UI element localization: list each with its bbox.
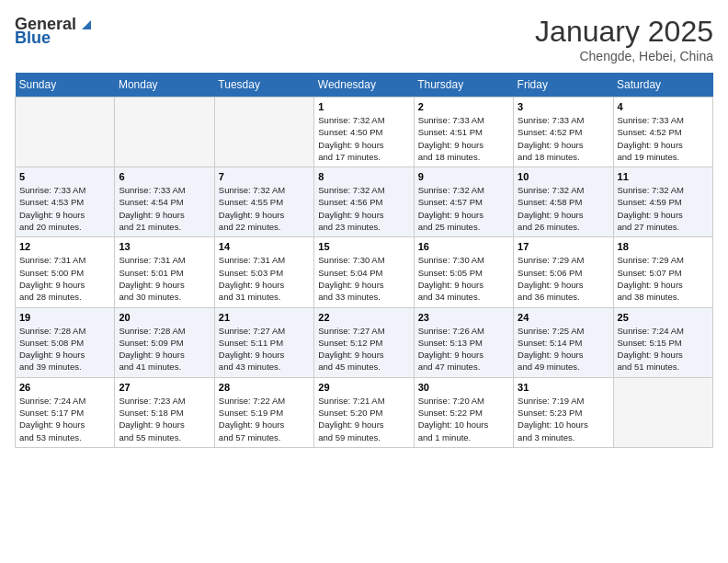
day-info: Sunrise: 7:28 AM Sunset: 5:08 PM Dayligh… [19,325,110,373]
day-number: 6 [119,171,210,182]
calendar-cell: 16Sunrise: 7:30 AM Sunset: 5:05 PM Dayli… [414,237,513,307]
calendar-cell: 31Sunrise: 7:19 AM Sunset: 5:23 PM Dayli… [514,377,613,447]
calendar-cell [214,98,313,167]
day-info: Sunrise: 7:33 AM Sunset: 4:52 PM Dayligh… [518,114,609,163]
day-info: Sunrise: 7:30 AM Sunset: 5:05 PM Dayligh… [418,254,509,303]
day-number: 22 [318,312,409,323]
calendar-cell: 28Sunrise: 7:22 AM Sunset: 5:19 PM Dayli… [214,377,313,447]
calendar-cell: 25Sunrise: 7:24 AM Sunset: 5:15 PM Dayli… [613,307,712,377]
day-info: Sunrise: 7:27 AM Sunset: 5:11 PM Dayligh… [219,325,310,373]
day-info: Sunrise: 7:21 AM Sunset: 5:20 PM Dayligh… [318,395,409,443]
day-info: Sunrise: 7:33 AM Sunset: 4:51 PM Dayligh… [418,114,509,163]
day-number: 13 [119,241,210,252]
weekday-header-row: SundayMondayTuesdayWednesdayThursdayFrid… [16,73,713,98]
day-number: 20 [119,312,210,323]
day-info: Sunrise: 7:28 AM Sunset: 5:09 PM Dayligh… [119,325,210,373]
calendar-table: SundayMondayTuesdayWednesdayThursdayFrid… [15,73,713,448]
day-number: 8 [318,171,409,182]
calendar-cell: 17Sunrise: 7:29 AM Sunset: 5:06 PM Dayli… [514,237,613,307]
location-text: Chengde, Hebei, China [535,49,713,63]
logo: General Blue [15,15,95,48]
day-number: 29 [318,382,409,393]
calendar-cell: 9Sunrise: 7:32 AM Sunset: 4:57 PM Daylig… [414,167,513,237]
day-number: 10 [518,171,609,182]
day-info: Sunrise: 7:22 AM Sunset: 5:19 PM Dayligh… [219,395,310,443]
calendar-cell: 2Sunrise: 7:33 AM Sunset: 4:51 PM Daylig… [414,98,513,167]
day-number: 16 [418,241,509,252]
calendar-week-row: 1Sunrise: 7:32 AM Sunset: 4:50 PM Daylig… [16,98,713,167]
calendar-cell: 4Sunrise: 7:33 AM Sunset: 4:52 PM Daylig… [613,98,712,167]
calendar-cell: 24Sunrise: 7:25 AM Sunset: 5:14 PM Dayli… [514,307,613,377]
day-info: Sunrise: 7:19 AM Sunset: 5:23 PM Dayligh… [518,395,609,443]
day-info: Sunrise: 7:31 AM Sunset: 5:03 PM Dayligh… [219,254,310,303]
weekday-header-sunday: Sunday [16,73,115,98]
calendar-cell: 19Sunrise: 7:28 AM Sunset: 5:08 PM Dayli… [16,307,115,377]
day-number: 3 [518,101,609,112]
day-number: 12 [19,241,110,252]
weekday-header-saturday: Saturday [613,73,712,98]
day-info: Sunrise: 7:29 AM Sunset: 5:06 PM Dayligh… [518,254,609,303]
day-info: Sunrise: 7:26 AM Sunset: 5:13 PM Dayligh… [418,325,509,373]
day-info: Sunrise: 7:32 AM Sunset: 4:57 PM Dayligh… [418,184,509,233]
day-info: Sunrise: 7:20 AM Sunset: 5:22 PM Dayligh… [418,395,509,443]
day-number: 1 [318,101,409,112]
day-info: Sunrise: 7:24 AM Sunset: 5:17 PM Dayligh… [19,395,110,443]
day-info: Sunrise: 7:25 AM Sunset: 5:14 PM Dayligh… [518,325,609,373]
title-block: January 2025 Chengde, Hebei, China [535,15,713,63]
day-info: Sunrise: 7:31 AM Sunset: 5:00 PM Dayligh… [19,254,110,303]
day-info: Sunrise: 7:33 AM Sunset: 4:54 PM Dayligh… [119,184,210,233]
calendar-cell: 20Sunrise: 7:28 AM Sunset: 5:09 PM Dayli… [115,307,214,377]
calendar-cell: 5Sunrise: 7:33 AM Sunset: 4:53 PM Daylig… [16,167,115,237]
calendar-cell: 14Sunrise: 7:31 AM Sunset: 5:03 PM Dayli… [214,237,313,307]
day-number: 31 [518,382,609,393]
day-info: Sunrise: 7:32 AM Sunset: 4:58 PM Dayligh… [518,184,609,233]
day-number: 30 [418,382,509,393]
day-info: Sunrise: 7:32 AM Sunset: 4:59 PM Dayligh… [618,184,709,233]
day-number: 9 [418,171,509,182]
day-number: 11 [618,171,709,182]
calendar-cell: 30Sunrise: 7:20 AM Sunset: 5:22 PM Dayli… [414,377,513,447]
calendar-cell: 12Sunrise: 7:31 AM Sunset: 5:00 PM Dayli… [16,237,115,307]
logo-blue-text: Blue [15,29,51,48]
day-number: 19 [19,312,110,323]
calendar-cell: 21Sunrise: 7:27 AM Sunset: 5:11 PM Dayli… [214,307,313,377]
weekday-header-friday: Friday [514,73,613,98]
weekday-header-wednesday: Wednesday [314,73,414,98]
day-info: Sunrise: 7:32 AM Sunset: 4:50 PM Dayligh… [318,114,409,163]
calendar-cell: 13Sunrise: 7:31 AM Sunset: 5:01 PM Dayli… [115,237,214,307]
day-info: Sunrise: 7:33 AM Sunset: 4:53 PM Dayligh… [19,184,110,233]
calendar-cell: 3Sunrise: 7:33 AM Sunset: 4:52 PM Daylig… [514,98,613,167]
day-number: 25 [618,312,709,323]
day-info: Sunrise: 7:32 AM Sunset: 4:55 PM Dayligh… [219,184,310,233]
weekday-header-thursday: Thursday [414,73,513,98]
calendar-week-row: 19Sunrise: 7:28 AM Sunset: 5:08 PM Dayli… [16,307,713,377]
day-number: 24 [518,312,609,323]
day-number: 2 [418,101,509,112]
svg-marker-0 [82,20,91,29]
calendar-cell: 15Sunrise: 7:30 AM Sunset: 5:04 PM Dayli… [314,237,414,307]
calendar-cell: 26Sunrise: 7:24 AM Sunset: 5:17 PM Dayli… [16,377,115,447]
calendar-cell: 11Sunrise: 7:32 AM Sunset: 4:59 PM Dayli… [613,167,712,237]
calendar-cell: 27Sunrise: 7:23 AM Sunset: 5:18 PM Dayli… [115,377,214,447]
calendar-cell: 22Sunrise: 7:27 AM Sunset: 5:12 PM Dayli… [314,307,414,377]
calendar-week-row: 5Sunrise: 7:33 AM Sunset: 4:53 PM Daylig… [16,167,713,237]
day-number: 14 [219,241,310,252]
day-info: Sunrise: 7:33 AM Sunset: 4:52 PM Dayligh… [618,114,709,163]
calendar-cell: 29Sunrise: 7:21 AM Sunset: 5:20 PM Dayli… [314,377,414,447]
day-info: Sunrise: 7:24 AM Sunset: 5:15 PM Dayligh… [618,325,709,373]
day-number: 5 [19,171,110,182]
calendar-cell: 7Sunrise: 7:32 AM Sunset: 4:55 PM Daylig… [214,167,313,237]
weekday-header-tuesday: Tuesday [214,73,313,98]
day-number: 4 [618,101,709,112]
day-info: Sunrise: 7:32 AM Sunset: 4:56 PM Dayligh… [318,184,409,233]
calendar-cell: 1Sunrise: 7:32 AM Sunset: 4:50 PM Daylig… [314,98,414,167]
month-title: January 2025 [535,15,713,49]
day-number: 15 [318,241,409,252]
day-info: Sunrise: 7:23 AM Sunset: 5:18 PM Dayligh… [119,395,210,443]
day-info: Sunrise: 7:29 AM Sunset: 5:07 PM Dayligh… [618,254,709,303]
calendar-cell [115,98,214,167]
day-number: 21 [219,312,310,323]
day-number: 18 [618,241,709,252]
day-number: 23 [418,312,509,323]
calendar-body: 1Sunrise: 7:32 AM Sunset: 4:50 PM Daylig… [16,98,713,448]
